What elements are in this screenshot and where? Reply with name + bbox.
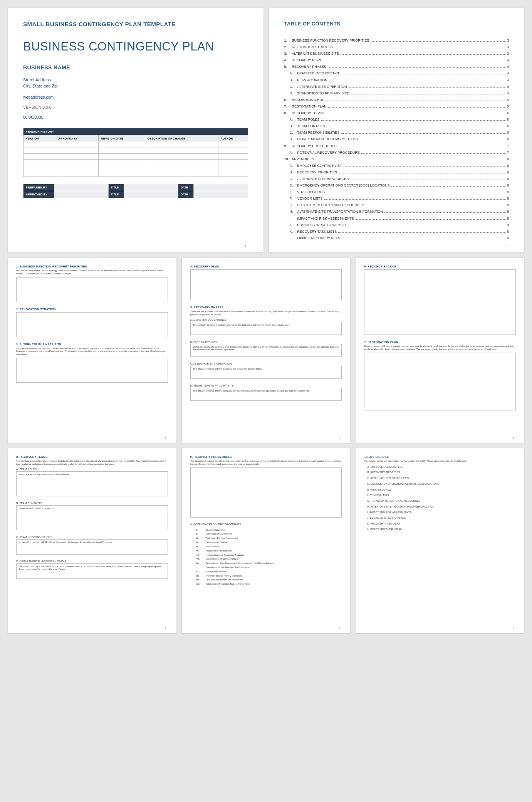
appendix-item: E. VITAL RECORDS [367,487,516,493]
procedure-step: i.Disaster Occurrence [196,528,342,532]
toc-item: K.RECOVERY TASK LISTS8 [290,229,509,235]
vh-cell [99,142,145,148]
procedure-step: x.Commencement of Alternate Site Operati… [196,565,342,570]
procedure-step: xiv.Relocation of Resources Back to Prim… [196,582,342,586]
procedure-step: xiii.Cessation of Alternate Site Procedu… [196,578,342,582]
dept-teams-h: D. DEPARTMENTAL RECOVERY TEAMS [16,560,168,563]
page-number: 5 [339,627,340,629]
procedure-step: vi.Relocation to Alternate Site [196,549,342,553]
vh-cell [54,159,98,165]
vh-cell [218,153,248,159]
sec10-desc: This section lists all the appendices ne… [364,460,516,463]
appendix-item: A. EMPLOYEE CONTACT LIST [367,464,516,470]
sec5-desc: These are the activities most needed for… [190,310,342,316]
toc-item: C.TEAM RESPONSIBILITIES6 [290,129,509,136]
sec1-heading: 1. BUSINESS FUNCTION RECOVERY PRIORITIES [16,265,168,268]
vh-col: REVISION DATE [99,135,145,142]
phase-c-box: This phase continues until the business … [190,366,342,379]
date-label-1: DATE [178,184,193,191]
version-history-table: VERSION HISTORY VERSIONAPPROVED BYREVISI… [23,128,248,177]
signoff-table: PREPARED BY TITLE DATE APPROVED BY TITLE… [23,184,248,198]
vh-cell [218,171,248,177]
toc-item: H.ALTERNATE SITE TRANSPORTATION INFORMAT… [290,208,509,215]
city-state-zip: City, State and Zip [23,83,248,89]
vh-cell [99,153,145,159]
appendix-item: I. IMPACT AND RISK ASSESSMENTS [367,510,516,516]
sec4-heading: 4. RECOVERY PLAN [190,265,342,268]
vh-cell [99,148,145,153]
sec9-heading: 9. RECOVERY PROCEDURES [190,455,342,459]
sec1-box [16,277,168,302]
toc-item: 2.RELOCATION STRATEGY3 [284,44,509,50]
appendix-item: J. BUSINESS IMPACT ANALYSIS [367,515,516,521]
toc-item: B.TEAM CONTACTS6 [290,123,509,129]
phase-a-box: The company declares a disaster and make… [190,322,342,335]
procedure-step: viii.Establishment of Communication [196,557,342,561]
vh-cell [54,171,98,177]
approved-by-value [54,191,109,198]
page-number: 6 [513,627,514,629]
version-label: VERSION 0.0.0 [23,105,248,109]
vh-cell [218,159,248,165]
team-roles-box: Team Leader, Backup Team Leader, Team Me… [16,471,168,496]
potential-proc-h: A. POTENTIAL RECOVERY PROCEDURE [190,523,342,526]
procedure-step: ii.Notification of Management [196,532,342,536]
toc-item: 1.BUSINESS FUNCTION RECOVERY PRIORITIES3 [284,37,509,44]
prepared-by-label: PREPARED BY [23,184,54,191]
title-value-2 [124,191,178,198]
procedure-step: xi.Management of Work [196,570,342,574]
vh-cell [54,148,98,153]
sec4-box [190,269,342,300]
document-title: BUSINESS CONTINGENCY PLAN [23,40,248,54]
sec1-desc: Disaster recovery teams use this strateg… [16,269,168,276]
phase-d-h: D. TRANSITION TO PRIMARY SITE [190,384,342,387]
sec9-box [190,467,342,518]
toc-item: 5.RECOVERY PHASES4 [284,64,509,70]
page-1-cover: SMALL BUSINESS CONTINGENCY PLAN TEMPLATE… [8,8,263,252]
toc-item: C.ALTERNATE SITE OPERATION4 [290,84,509,90]
vh-cell [145,159,218,165]
phase-b-box: During this phase, the company puts the … [190,344,342,357]
appendix-item: K. RECOVERY TASK LISTS [367,521,516,527]
appendix-item: F. VENDOR LISTS [367,493,516,498]
title-value-1 [124,184,178,191]
vh-cell [23,165,54,171]
page-7: 9. RECOVERY PROCEDURES The company detai… [182,448,351,633]
prepared-by-value [54,184,109,191]
vh-cell [54,153,98,159]
approved-by-label: APPROVED BY [23,191,54,198]
sec5-heading: 5. RECOVERY PHASES [190,306,342,309]
vh-cell [23,159,54,165]
phase-a-h: A. DISASTER OCCURRENCE [190,318,342,321]
toc-list: 1.BUSINESS FUNCTION RECOVERY PRIORITIES3… [284,37,509,242]
sec10-heading: 10. APPENDICES [364,455,516,459]
appendix-item: B. RECOVERY PRIORITIES [367,470,516,476]
sec2-box [16,312,168,337]
toc-item: 3.ALTERNATE BUSINESS SITE3 [284,50,509,57]
toc-item: A.DISASTER OCCURRENCE4 [290,70,509,77]
vh-header: VERSION HISTORY [23,128,248,135]
vh-cell [218,142,248,148]
appendix-item: G. IT SYSTEM REPORTS AND RESOURCES [367,498,516,504]
title-label-1: TITLE [108,184,124,191]
procedure-step: iv.Declaration of Disaster [196,540,342,545]
page-number: 1 [165,436,166,439]
team-resp-box: Incident Commander, HR/PR Officer, Infor… [16,539,168,555]
sec3-heading: 3. ALTERNATE BUSINESS SITE [16,343,168,346]
toc-item: D.EMERGENCY OPERATIONS CENTER (EOC) LOCA… [290,182,509,189]
vh-cell [23,142,54,148]
appendix-item: D. EMERGENCY OPERATIONS CENTER (EOC) LOC… [367,481,516,487]
page-number: 2 [505,244,507,248]
toc-item: C.ALTERNATE SITE RESOURCES8 [290,176,509,182]
vh-cell [145,153,218,159]
toc-item: L.OFFICE RECOVERY PLAN8 [290,235,509,242]
toc-item: J.BUSINESS IMPACT ANALYSIS8 [290,222,509,229]
toc-item: B.PLAN ACTIVATION4 [290,77,509,84]
team-contacts-box: Stored in the Contact List Appendix [16,505,168,530]
procedure-step: vii.Implementation of Temporary Procedur… [196,553,342,557]
vh-cell [54,165,98,171]
sec7-heading: 7. RESTORATION PLAN [364,340,516,344]
vh-cell [54,142,98,148]
team-contacts-h: B. TEAM CONTACTS [16,502,168,504]
vh-col: VERSION [23,135,54,142]
